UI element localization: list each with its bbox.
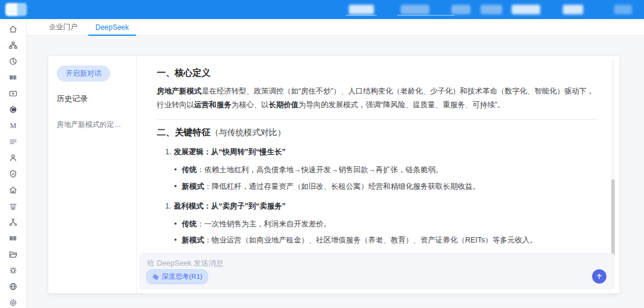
nav-underline <box>397 15 454 15</box>
top-navbar <box>0 0 644 19</box>
app-logo <box>5 3 27 16</box>
left-icon-rail: M <box>0 19 27 308</box>
globe-icon[interactable] <box>8 282 18 291</box>
bold-run: 运营和服务 <box>194 101 232 109</box>
subsection-title-text: 盈利模式：从“卖房子”到“卖服务” <box>174 202 286 210</box>
deepthink-label: 深度思考(R1) <box>162 272 202 281</box>
bullet-traditional: 传统：依赖土地红利，高负债拿地→快速开发→销售回款→再扩张，链条脆弱。 <box>182 164 598 176</box>
heading-bold: 二、关键特征 <box>157 127 210 137</box>
message-input-box: 深度思考(R1) <box>139 253 615 290</box>
deepthink-toggle-button[interactable]: 深度思考(R1) <box>146 269 208 284</box>
bullet-label: 新模式 <box>182 182 205 191</box>
bullet-text: ：一次性销售为主，利润来自开发差价。 <box>197 220 331 228</box>
assistant-message: 一、核心定义 房地产新模式是在经济转型、政策调控（如“房住不炒”）、人口结构变化… <box>137 56 610 253</box>
bullet-label: 新模式 <box>182 236 205 244</box>
workspace: 开启新对话 历史记录 房地产新模式的定义是什么 一、核心定义 房地产新模式是在经… <box>27 36 644 308</box>
svg-text:M: M <box>10 122 17 130</box>
video-plus-icon[interactable] <box>8 89 18 98</box>
bullet-label: 传统 <box>182 220 197 228</box>
barcode-2-icon[interactable] <box>8 234 18 243</box>
subsection-title-text: 发展逻辑：从“快周转”到“慢生长” <box>174 148 286 156</box>
list-number: 1. <box>165 148 171 156</box>
tab-bar: 企业门户 DeepSeek <box>27 19 644 36</box>
nav-item-blurred[interactable] <box>563 5 583 14</box>
layers-icon[interactable] <box>8 201 18 211</box>
folder-open-icon[interactable] <box>8 250 18 259</box>
home-2-icon[interactable] <box>8 185 18 195</box>
pie-chart-icon[interactable] <box>8 57 18 66</box>
nav-item-blurred[interactable] <box>512 5 540 14</box>
bold-run: 房地产新模式 <box>157 87 202 95</box>
nav-item-blurred[interactable] <box>614 5 632 14</box>
share-nodes-icon[interactable] <box>8 217 18 227</box>
bold-run: 长期价值 <box>269 101 299 109</box>
section-heading-core-definition: 一、核心定义 <box>157 67 598 79</box>
arrow-up-icon <box>596 273 603 280</box>
org-chart-icon[interactable] <box>8 41 18 50</box>
new-chat-button[interactable]: 开启新对话 <box>57 66 110 82</box>
list-number: 1. <box>165 202 171 210</box>
letter-m-icon[interactable]: M <box>8 121 18 130</box>
bullet-text: ：降低杠杆，通过存量资产（如旧改、长租公寓）经营和精细化服务获取长期收益。 <box>205 182 481 191</box>
badge-gear-icon[interactable] <box>8 266 18 275</box>
tab-enterprise-portal[interactable]: 企业门户 <box>43 19 83 36</box>
bullet-traditional: 传统：一次性销售为主，利润来自开发差价。 <box>182 219 598 230</box>
nav-item-blurred[interactable] <box>481 5 502 14</box>
subsection-title: 1.盈利模式：从“卖房子”到“卖服务” <box>165 201 598 211</box>
section-heading-key-features: 二、关键特征（与传统模式对比） <box>157 127 598 138</box>
nav-item-blurred[interactable] <box>451 5 470 14</box>
home-icon[interactable] <box>8 24 18 34</box>
nav-item-blurred[interactable] <box>349 5 374 14</box>
bullet-new-model: 新模式：物业运营（如商业地产租金）、社区增值服务（养老、教育）、资产证券化（RE… <box>182 235 598 246</box>
nav-item-blurred[interactable] <box>401 5 429 14</box>
dark-globe-icon[interactable] <box>8 105 18 114</box>
section-divider <box>157 119 598 120</box>
chat-history-panel: 开启新对话 历史记录 房地产新模式的定义是什么 <box>48 56 137 293</box>
send-button[interactable] <box>592 269 606 284</box>
shield-icon[interactable] <box>8 169 18 179</box>
history-title: 历史记录 <box>57 94 128 104</box>
text-run: 为核心、以 <box>231 101 269 109</box>
gear-icon[interactable] <box>8 298 18 307</box>
message-input[interactable] <box>147 257 579 269</box>
nav-underline <box>346 15 377 15</box>
app-page: M 企业门户 DeepSeek 开启新对话 历史记录 房地产新模式的定义是什么 … <box>0 0 644 308</box>
history-list-item[interactable]: 房地产新模式的定义是什么 <box>57 120 128 130</box>
heading-normal: （与传统模式对比） <box>210 127 286 137</box>
core-definition-paragraph: 房地产新模式是在经济转型、政策调控（如“房住不炒”）、人口结构变化（老龄化、少子… <box>157 85 598 111</box>
bullet-text: ：依赖土地红利，高负债拿地→快速开发→销售回款→再扩张，链条脆弱。 <box>197 166 443 174</box>
text-run: 为导向的发展模式，强调“降风险、提质量、重服务、可持续”。 <box>299 101 505 109</box>
bullet-new-model: 新模式：降低杠杆，通过存量资产（如旧改、长租公寓）经营和精细化服务获取长期收益。 <box>182 181 598 192</box>
barcode-icon[interactable] <box>8 73 18 82</box>
deepthink-atom-icon <box>152 273 159 281</box>
bullet-text: ：物业运营（如商业地产租金）、社区增值服务（养老、教育）、资产证券化（REITs… <box>205 236 537 244</box>
bullet-label: 传统 <box>182 166 197 174</box>
subsection-title: 1.发展逻辑：从“快周转”到“慢生长” <box>165 147 598 157</box>
chat-area: 一、核心定义 房地产新模式是在经济转型、政策调控（如“房住不炒”）、人口结构变化… <box>137 56 620 293</box>
person-icon[interactable] <box>8 153 18 163</box>
tab-deepseek[interactable]: DeepSeek <box>89 19 135 36</box>
deepseek-chat-card: 开启新对话 历史记录 房地产新模式的定义是什么 一、核心定义 房地产新模式是在经… <box>48 55 620 294</box>
list-icon[interactable] <box>8 137 18 147</box>
